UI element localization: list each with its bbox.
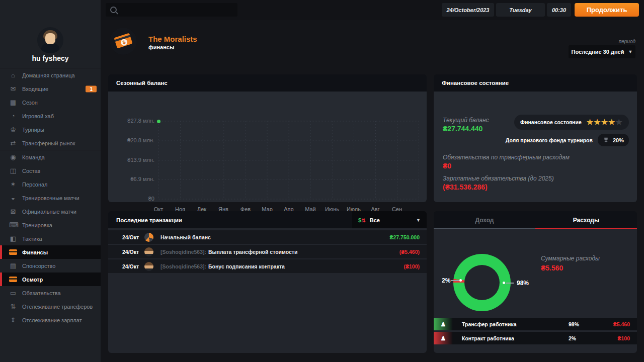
sidebar-item-obligations[interactable]: ▭Обязательства — [0, 286, 101, 300]
sidebar-item-salary-tracking[interactable]: ⇕Отслеживание зарплат — [0, 313, 101, 327]
period-value: Последние 30 дней — [572, 49, 624, 55]
transaction-text: Выплата трансферной стоимости — [208, 249, 297, 255]
sidebar-item-label: Игровой хаб — [22, 113, 54, 119]
person-icon: ♟ — [441, 335, 446, 342]
sidebar-item-label: Отслеживание зарплат — [22, 317, 82, 323]
sidebar-item-team[interactable]: ◉Команда — [0, 150, 101, 164]
legend-amount: ₴100 — [617, 335, 630, 341]
transaction-row: 24/Окт [Soshoqidine563]: Выплата трансфе… — [108, 245, 427, 258]
transactions-filter-dropdown[interactable]: $⇅ Все ▼ — [352, 211, 427, 229]
team-icon: ◉ — [9, 153, 17, 161]
y-tick: ₴6.9 млн. — [112, 176, 154, 182]
season-balance-title: Сезонный баланс — [116, 80, 168, 86]
sidebar-item-tournaments[interactable]: ♔Турниры — [0, 123, 101, 136]
transaction-amount: ₴27.750.000 — [389, 234, 420, 240]
sidebar-item-label: Тренировочные матчи — [22, 195, 79, 201]
total-expenses-label: Суммарные расходы — [541, 255, 600, 262]
sponsorship-icon: ▤ — [9, 262, 17, 269]
sidebar-item-tactics[interactable]: ◧Тактика — [0, 232, 101, 245]
chart-grid — [157, 116, 420, 201]
finance-card-icon — [9, 249, 17, 255]
y-tick: ₴13.9 млн. — [112, 157, 154, 163]
sidebar-item-label: Тренировка — [22, 222, 52, 228]
sidebar-item-staff[interactable]: ✶Персонал — [0, 177, 101, 191]
transaction-actor: [Soshoqidine563]: — [160, 263, 206, 269]
transactions-filter-icon: $⇅ — [358, 217, 366, 223]
avatar — [37, 27, 63, 53]
legend-pct: 2% — [569, 335, 576, 341]
star-icon: ★★★★ — [587, 118, 616, 126]
sidebar-item-label: Тактика — [22, 236, 42, 242]
transfer-obligations-value: ₴0 — [443, 162, 451, 170]
transactions-panel: Последние транзакции $⇅ Все ▼ 24/Окт Нач… — [108, 211, 427, 353]
tab-expenses[interactable]: Расходы — [535, 211, 637, 229]
legend-amount: ₴5.460 — [613, 321, 630, 327]
sidebar-item-training-matches[interactable]: ◒Тренировочные матчи — [0, 191, 101, 205]
pie-chart-icon — [144, 233, 153, 242]
filter-value: Все — [370, 217, 380, 223]
day-text: Tuesday — [509, 7, 531, 13]
player-avatar-icon — [144, 247, 153, 256]
donut-connector-dot — [503, 282, 505, 284]
prize-fund-value: 20% — [613, 137, 624, 143]
prize-fund-badge: 20% — [598, 134, 629, 146]
sidebar-item-training[interactable]: ⌨Тренировка — [0, 218, 101, 232]
cashflow-panel: Доход Расходы 2% 98% Суммарные расходы ₴… — [434, 211, 637, 353]
sidebar-item-label: Спонсорство — [22, 263, 55, 269]
sidebar-item-label: Официальные матчи — [22, 209, 76, 215]
continue-button[interactable]: Продолжить — [575, 3, 639, 17]
sidebar-item-transfer-tracking[interactable]: ⇅Отслеживание трансферов — [0, 300, 101, 313]
search-icon — [110, 7, 117, 13]
transaction-amount: (₴5.460) — [399, 249, 420, 255]
sidebar-item-home[interactable]: ⌂Домашняя страница — [0, 68, 101, 82]
transaction-actor: [Soshoqidine563]: — [160, 249, 206, 255]
home-icon: ⌂ — [9, 71, 17, 79]
period-dropdown[interactable]: Последние 30 дней ▼ — [569, 45, 635, 58]
y-tick: ₴0 — [112, 196, 154, 202]
continue-label: Продолжить — [587, 6, 627, 14]
sidebar-item-inbox[interactable]: ✉Входящие1 — [0, 82, 101, 96]
sidebar-item-squad[interactable]: ◫Состав — [0, 164, 101, 177]
worker-icon: ♟ — [434, 332, 453, 344]
donut-connector-dot — [459, 279, 462, 282]
dollar-icon: $ — [120, 38, 128, 46]
avatar-face — [45, 33, 55, 44]
sidebar-item-finances[interactable]: Финансы — [0, 245, 101, 259]
trophy-icon: ♔ — [9, 126, 17, 133]
sidebar-item-transfer-market[interactable]: ⇄Трансферный рынок — [0, 136, 101, 150]
tab-income[interactable]: Доход — [434, 211, 535, 229]
balance-data-point — [157, 120, 160, 123]
donut-connector — [451, 280, 459, 281]
search-input[interactable] — [121, 7, 223, 14]
sidebar-item-official-matches[interactable]: ⊠Официальные матчи — [0, 205, 101, 218]
transfer-obligations-label: Обязательства по трансферным расходам — [443, 154, 570, 161]
transfer-tracking-icon: ⇅ — [9, 303, 17, 310]
panel-title: Сезонный баланс — [108, 74, 427, 92]
salary-obligations-value: (₴31.536.286) — [443, 183, 488, 191]
y-tick: ₴27.8 млн. — [112, 118, 154, 124]
sidebar-item-overview[interactable]: Осмотр — [0, 273, 101, 286]
sidebar-item-game-hub[interactable]: ◔Игровой хаб — [0, 109, 101, 123]
training-icon: ⌨ — [9, 221, 17, 229]
obligations-icon: ▭ — [9, 289, 17, 297]
transaction-row: 24/Окт Начальный баланс ₴27.750.000 — [108, 230, 427, 244]
sidebar-item-label: Персонал — [22, 182, 48, 188]
club-name: The Moralists — [148, 35, 197, 43]
total-expenses-value: ₴5.560 — [541, 264, 563, 272]
transactions-title: Последние транзакции — [116, 217, 182, 223]
donut-label-transfer: 98% — [517, 280, 529, 287]
training-matches-icon: ◒ — [9, 194, 17, 202]
panel-title: Последние транзакции $⇅ Все ▼ — [108, 211, 427, 229]
sidebar-item-season[interactable]: ▦Сезон — [0, 96, 101, 109]
sidebar-item-sponsorship[interactable]: ▤Спонсорство — [0, 259, 101, 273]
legend-row-contract: ♟ Контракт работника 2% ₴100 — [434, 332, 637, 344]
y-tick: ₴20.8 млн. — [112, 137, 154, 143]
financial-state-panel: Финансовое состояние Текущий баланс ₴27.… — [434, 74, 637, 202]
expenses-donut-chart — [453, 254, 511, 311]
date-box: 24/October/2023 — [442, 3, 494, 17]
search-bar[interactable] — [106, 3, 237, 17]
rating-label: Финансовое состояние — [520, 119, 582, 125]
transaction-amount: (₴100) — [404, 263, 420, 269]
season-balance-chart: ₴27.8 млн. ₴20.8 млн. ₴13.9 млн. ₴6.9 мл… — [108, 92, 427, 202]
financial-state-body: Текущий баланс ₴27.744.440 Финансовое со… — [434, 92, 637, 202]
